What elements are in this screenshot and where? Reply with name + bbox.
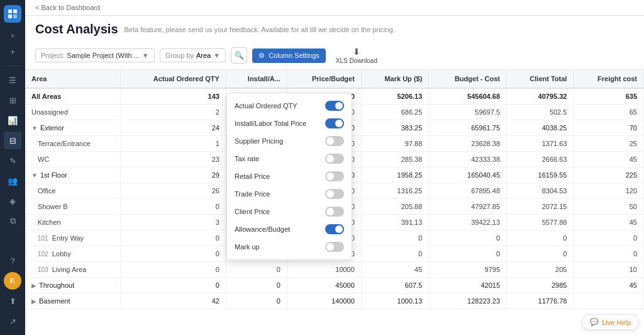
sidebar-icon-upload[interactable]: ⬆ (4, 292, 21, 310)
sidebar-icon-help[interactable]: ? (4, 252, 21, 270)
cell-budget-cost: 0 (429, 230, 507, 246)
cell-freight: 45 (574, 215, 644, 230)
cell-install: 0 (226, 293, 287, 309)
group-by-selector[interactable]: Group by Area ▼ (160, 48, 226, 62)
cell-freight: 0 (574, 230, 644, 246)
sidebar-icon-share[interactable]: ↗ (4, 312, 21, 330)
cell-freight: 10 (574, 262, 644, 278)
col-setting-retail-price[interactable]: Retail Price (227, 168, 352, 185)
cell-client-total: 1371.63 (507, 136, 574, 152)
avatar[interactable]: F. (4, 272, 21, 290)
search-button[interactable]: 🔍 (231, 47, 247, 64)
cell-qty: 26 (121, 183, 226, 199)
cell-area: Kitchen (25, 215, 121, 230)
cell-markup: 205.88 (361, 199, 428, 215)
sidebar-icon-menu[interactable]: ☰ (4, 71, 21, 89)
cell-area: Unassigned (25, 105, 121, 120)
toolbar: Project: Sample Project (With ... ▼ Grou… (25, 42, 644, 70)
cell-budget-cost: 39422.13 (429, 215, 507, 230)
row-number: 101 (38, 235, 48, 242)
cell-freight: 50 (574, 199, 644, 215)
expand-icon[interactable]: ▼ (31, 125, 38, 132)
col-setting-client-price[interactable]: Client Price (227, 203, 352, 220)
col-setting-supplier-pricing[interactable]: Supplier Pricing (227, 132, 352, 150)
cell-budget-cost: 165040.45 (429, 168, 507, 183)
cell-area: 103Living Area (25, 262, 121, 278)
col-setting-trade-price[interactable]: Trade Price (227, 185, 352, 203)
cell-freight: 0 (574, 246, 644, 262)
cell-client-total: 502.5 (507, 105, 574, 120)
sidebar-icon-add[interactable]: + (4, 43, 21, 60)
cell-client-total: 8304.53 (507, 183, 574, 199)
toggle-install-labor[interactable] (325, 118, 344, 128)
top-nav: < Back to Dashboard (25, 0, 644, 16)
beta-description: Beta feature, please send us your feedba… (125, 26, 395, 33)
cell-qty: 0 (121, 199, 226, 215)
xls-download-button[interactable]: ⬇ XLS Download (336, 47, 377, 64)
col-setting-install-labor[interactable]: Install/Labor Total Price (227, 115, 352, 132)
main-content: < Back to Dashboard Cost Analysis Beta f… (25, 0, 644, 335)
toggle-allowance-budget[interactable] (325, 224, 344, 234)
sidebar-expand-icon[interactable]: » (6, 30, 19, 40)
cell-freight: 635 (574, 88, 644, 105)
app-logo[interactable] (4, 5, 21, 23)
cell-area: Office (25, 183, 121, 199)
col-setting-actual-ordered-qty[interactable]: Actual Ordered QTY (227, 97, 352, 115)
column-settings-button[interactable]: ⚙ Column Settings (252, 48, 326, 63)
toggle-client-price[interactable] (325, 207, 344, 217)
toggle-actual-ordered-qty[interactable] (325, 101, 344, 111)
expand-icon[interactable]: ▶ (31, 298, 36, 305)
col-setting-mark-up[interactable]: Mark up (227, 238, 352, 256)
toggle-retail-price[interactable] (325, 171, 344, 181)
cell-qty: 29 (121, 168, 226, 183)
cell-budget-cost: 59697.5 (429, 105, 507, 120)
col-setting-tax-rate[interactable]: Tax rate (227, 150, 352, 168)
cell-markup: 45 (361, 262, 428, 278)
cell-qty: 24 (121, 120, 226, 136)
cell-area: All Areas (25, 88, 121, 105)
toggle-tax-rate[interactable] (325, 154, 344, 164)
cell-price: 10000 (287, 262, 361, 278)
sidebar-icon-table[interactable]: ⊟ (4, 132, 21, 149)
cell-markup: 0 (361, 246, 428, 262)
table-container: Actual Ordered QTY Install/Labor Total P… (25, 70, 644, 335)
sidebar-icon-edit[interactable]: ✎ (4, 152, 21, 169)
cell-qty: 3 (121, 215, 226, 230)
toggle-supplier-pricing[interactable] (325, 136, 344, 146)
expand-icon[interactable]: ▼ (31, 172, 38, 179)
cell-freight (574, 293, 644, 309)
cell-freight: 70 (574, 120, 644, 136)
project-label: Project: (41, 52, 64, 59)
toggle-mark-up[interactable] (325, 242, 344, 252)
cell-freight: 25 (574, 136, 644, 152)
column-settings-dropdown: Actual Ordered QTY Install/Labor Total P… (226, 93, 352, 260)
svg-rect-3 (13, 14, 17, 18)
col-setting-allowance-budget[interactable]: Allowance/Budget (227, 220, 352, 238)
toggle-trade-price[interactable] (325, 189, 344, 199)
cell-markup: 686.25 (361, 105, 428, 120)
cell-client-total: 2985 (507, 278, 574, 293)
sidebar-icon-users[interactable]: 👥 (4, 172, 21, 190)
cell-qty: 2 (121, 105, 226, 120)
cell-markup: 383.25 (361, 120, 428, 136)
col-header-install: Install/A... (226, 70, 287, 88)
cell-freight: 45 (574, 278, 644, 293)
project-name: Sample Project (With ... (67, 52, 140, 59)
expand-icon[interactable]: ▶ (31, 282, 36, 289)
back-link[interactable]: < Back to Dashboard (35, 4, 100, 11)
cell-install: 0 (226, 278, 287, 293)
sidebar-icon-layers[interactable]: ⧉ (4, 212, 21, 230)
cell-price: 140000 (287, 293, 361, 309)
cell-markup: 1316.25 (361, 183, 428, 199)
col-header-qty: Actual Ordered QTY (121, 70, 226, 88)
cell-freight: 45 (574, 152, 644, 168)
cell-client-total: 40795.32 (507, 88, 574, 105)
sidebar-icon-analytics[interactable]: 📊 (4, 111, 21, 129)
project-selector[interactable]: Project: Sample Project (With ... ▼ (35, 48, 155, 62)
live-help-button[interactable]: 💬 Live Help (582, 314, 639, 330)
sidebar-icon-shape[interactable]: ◈ (4, 192, 21, 210)
sidebar-icon-grid[interactable]: ⊞ (4, 91, 21, 109)
row-number: 102 (38, 251, 48, 258)
cell-client-total: 0 (507, 246, 574, 262)
cell-area: ▼1st Floor (25, 168, 121, 183)
